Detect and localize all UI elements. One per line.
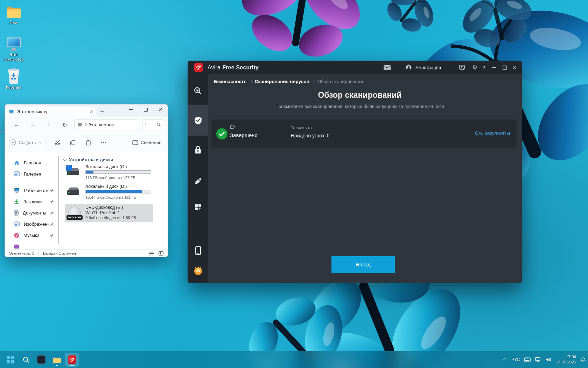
explorer-body: Главная Галерея Рабочий сто Загрузки [5, 152, 168, 249]
forward-button[interactable]: → [24, 122, 41, 128]
drive-d-item[interactable]: Локальный диск (D:) 15,4 ГБ свободно из … [60, 184, 168, 202]
close-icon [159, 108, 162, 111]
more-options-button[interactable] [96, 142, 111, 143]
feedback-icon[interactable] [459, 64, 466, 70]
back-button[interactable]: ← [8, 122, 24, 128]
minimize-button[interactable] [124, 104, 138, 115]
cut-button[interactable] [50, 140, 65, 145]
taskbar-avira-button[interactable] [65, 353, 79, 367]
document-icon [14, 210, 19, 216]
desktop-icon-label: Корзина [0, 85, 27, 90]
scan-status: Завершено [230, 132, 258, 138]
refresh-button[interactable]: ↻ [57, 122, 73, 128]
window-controls [124, 104, 168, 115]
divider [11, 182, 55, 182]
partial-desktop-label: у [0, 128, 2, 132]
desktop-icon-recycle-bin[interactable]: Корзина [0, 68, 27, 90]
sidebar-item-downloads[interactable]: Загрузки [5, 196, 59, 207]
clock[interactable]: 17:04 17.07.2025 [556, 354, 576, 365]
desktop-icon-new[interactable]: New [0, 3, 27, 25]
minimize-button[interactable] [492, 67, 496, 68]
breadcrumb-scan-overview: Обзор сканирований [317, 79, 363, 84]
search-icon [156, 123, 161, 127]
see-results-link[interactable]: См. результаты [475, 130, 510, 136]
close-button[interactable] [153, 104, 168, 115]
nav-privacy[interactable] [188, 145, 208, 154]
avira-title-bar: AviraFree Security Регистрация ⚙ ? [188, 61, 522, 74]
explorer-tab[interactable]: Этот компьютер [6, 107, 96, 117]
network-icon[interactable] [535, 357, 541, 362]
hdd-icon [66, 185, 80, 197]
sidebar-item-desktop[interactable]: Рабочий сто [5, 185, 59, 196]
drive-name: DVD-дисковод (E:) [85, 205, 123, 210]
folder-icon [0, 3, 27, 19]
plus-circle-icon [10, 139, 16, 145]
sidebar-item-music[interactable]: Музыка [5, 230, 59, 241]
taskbar-app-dark[interactable] [34, 353, 48, 367]
sidebar-scrollbar[interactable] [58, 156, 59, 244]
breadcrumb: Безопасность Сканирование вирусов Обзор … [214, 79, 363, 84]
breadcrumb-virus-scans[interactable]: Сканирование вирусов [255, 79, 309, 84]
volume-icon[interactable] [546, 357, 551, 362]
upgrade-icon [193, 266, 203, 276]
mail-icon[interactable] [383, 65, 391, 70]
phone-icon [195, 246, 201, 255]
help-button[interactable]: ? [482, 65, 485, 70]
ellipsis-icon [101, 142, 106, 143]
language-indicator[interactable]: РУС [511, 357, 520, 362]
maximize-button[interactable] [138, 104, 153, 115]
sidebar-item-gallery[interactable]: Галерея [5, 168, 59, 179]
touch-keyboard-icon[interactable] [524, 357, 531, 362]
scan-status-icon [194, 87, 202, 95]
nav-performance[interactable] [188, 177, 208, 185]
up-button[interactable]: ↑ [41, 122, 57, 128]
nav-mobile[interactable] [188, 246, 208, 255]
back-button[interactable]: Назад [331, 256, 395, 273]
drive-e-item-selected[interactable]: DVD-ROM DVD-дисковод (E:) Win11_Pro_25h2… [65, 204, 153, 222]
close-button[interactable] [512, 66, 517, 70]
paste-button[interactable] [80, 140, 96, 145]
explorer-sidebar: Главная Галерея Рабочий сто Загрузки [5, 152, 59, 249]
tab-close-icon[interactable] [90, 110, 93, 113]
search-box[interactable]: Г [142, 120, 164, 130]
taskbar-explorer-button[interactable] [50, 353, 64, 367]
desktop-icon-this-pc[interactable]: Этот компьютер [0, 35, 27, 62]
search-icon [23, 356, 29, 363]
sidebar-item-pictures[interactable]: Изображени [5, 218, 59, 230]
settings-gear-icon[interactable]: ⚙ [472, 64, 477, 71]
nav-upgrade[interactable] [188, 266, 208, 276]
sidebar-item-documents[interactable]: Документы [5, 207, 59, 218]
create-button[interactable]: Создать [10, 139, 41, 145]
taskbar-search-button[interactable] [19, 353, 33, 367]
copy-button[interactable] [65, 140, 80, 145]
drive-name: Локальный диск (D:) [85, 184, 127, 189]
sidebar-item-label: Документы [23, 210, 46, 216]
list-view-icon[interactable] [149, 252, 154, 255]
explorer-tab-strip: Этот компьютер [5, 104, 168, 117]
register-button[interactable]: Регистрация [406, 64, 441, 70]
nav-apps[interactable] [188, 203, 208, 211]
app-title: AviraFree Security [208, 64, 259, 71]
address-bar[interactable]: Этот компью [74, 120, 139, 130]
start-button[interactable] [4, 353, 18, 367]
maximize-button[interactable] [503, 66, 507, 70]
large-icons-view-icon[interactable] [159, 251, 163, 255]
new-tab-button[interactable] [99, 108, 106, 115]
shield-check-icon [194, 116, 203, 125]
details-pane-button[interactable]: Сведения [132, 140, 163, 145]
notification-icon[interactable] [581, 357, 586, 362]
avira-window: AviraFree Security Регистрация ⚙ ? [188, 61, 522, 283]
scan-result-row[interactable]: E:\ Завершено Только что Найдено угроз: … [211, 120, 517, 148]
breadcrumb-security[interactable]: Безопасность [214, 79, 247, 84]
chevron-right-icon [312, 80, 315, 83]
rocket-icon [194, 177, 202, 185]
sidebar-item-home[interactable]: Главная [5, 157, 59, 168]
hidden-icons-chevron[interactable] [503, 358, 507, 362]
nav-status-scan[interactable] [188, 87, 208, 95]
sidebar-item-partial[interactable] [5, 241, 59, 252]
brand-name: Avira [208, 64, 220, 70]
section-header[interactable]: Устройства и диски [64, 157, 168, 162]
nav-security[interactable] [188, 116, 208, 125]
explorer-toolbar: Создать Сведения [5, 133, 168, 152]
drive-c-item[interactable]: Локальный диск (C:) 115 ГБ свободно из 1… [60, 164, 168, 183]
